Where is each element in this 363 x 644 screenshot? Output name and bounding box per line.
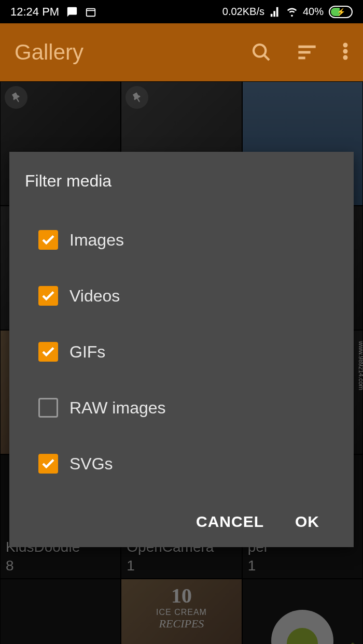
calendar-icon xyxy=(85,6,96,18)
svg-rect-4 xyxy=(298,56,305,59)
battery-icon: ⚡ xyxy=(329,6,353,18)
checkbox-unchecked-icon[interactable] xyxy=(38,398,58,418)
svg-point-1 xyxy=(254,45,266,56)
app-bar: Gallery xyxy=(0,23,363,81)
svg-rect-2 xyxy=(298,46,315,48)
data-rate: 0.02KB/s xyxy=(222,6,264,18)
signal-icon xyxy=(270,6,281,18)
dialog-title: Filter media xyxy=(25,171,338,191)
search-icon[interactable] xyxy=(251,42,272,63)
filter-option-images[interactable]: Images xyxy=(25,218,338,262)
checkbox-checked-icon[interactable] xyxy=(38,342,58,362)
option-label: GIFs xyxy=(69,342,105,362)
filter-option-raw[interactable]: RAW images xyxy=(25,385,338,430)
watermark: www.989214.com xyxy=(357,341,363,390)
filter-option-videos[interactable]: Videos xyxy=(25,274,338,318)
svg-point-5 xyxy=(343,43,348,48)
filter-option-gifs[interactable]: GIFs xyxy=(25,330,338,374)
checkbox-checked-icon[interactable] xyxy=(38,286,58,306)
wifi-icon xyxy=(286,6,298,18)
ok-button[interactable]: OK xyxy=(295,513,319,531)
checkbox-checked-icon[interactable] xyxy=(38,230,58,250)
filter-media-dialog: Filter media Images Videos GIFs RAW imag… xyxy=(9,152,354,547)
status-time: 12:24 PM xyxy=(10,5,59,19)
battery-pct: 40% xyxy=(303,6,324,18)
cancel-button[interactable]: CANCEL xyxy=(196,513,264,531)
checkbox-checked-icon[interactable] xyxy=(38,454,58,474)
more-icon[interactable] xyxy=(342,42,348,63)
app-title: Gallery xyxy=(15,40,83,65)
option-label: Videos xyxy=(69,287,120,306)
status-bar: 12:24 PM 0.02KB/s 40% ⚡ xyxy=(0,0,363,23)
svg-rect-3 xyxy=(298,51,310,54)
sort-icon[interactable] xyxy=(297,42,317,63)
svg-point-7 xyxy=(343,55,348,60)
svg-rect-0 xyxy=(87,8,95,16)
option-label: SVGs xyxy=(69,454,113,474)
option-label: Images xyxy=(69,231,124,250)
messages-icon xyxy=(66,6,78,18)
filter-option-svgs[interactable]: SVGs xyxy=(25,441,338,486)
svg-point-6 xyxy=(343,49,348,54)
option-label: RAW images xyxy=(69,398,166,418)
